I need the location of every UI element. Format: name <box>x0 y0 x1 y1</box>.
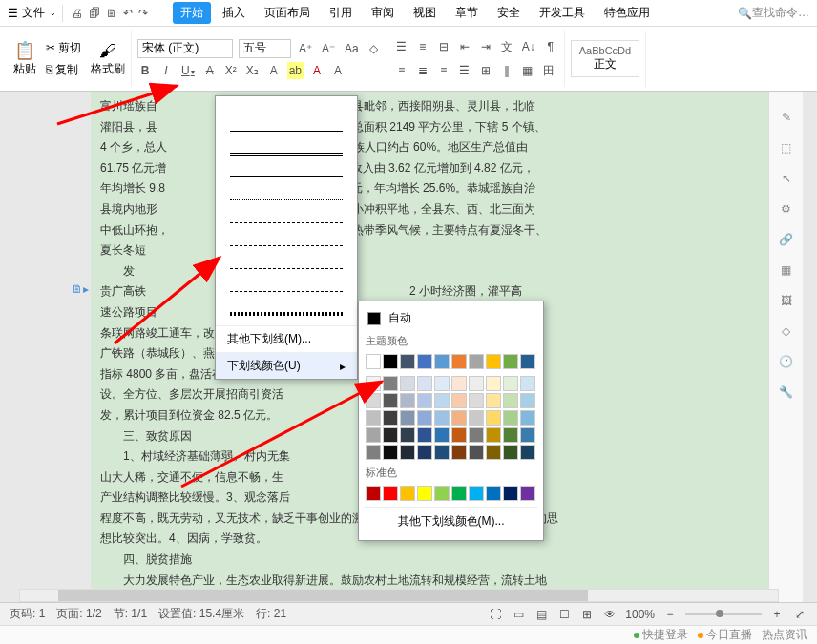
status-line[interactable]: 行: 21 <box>256 606 286 622</box>
text-direction-button[interactable]: 文 <box>499 37 514 57</box>
tab-view[interactable]: 视图 <box>406 2 444 24</box>
color-swatch[interactable] <box>503 393 518 408</box>
tab-insert[interactable]: 插入 <box>215 2 253 24</box>
tab-security[interactable]: 安全 <box>490 2 528 24</box>
tab-developer[interactable]: 开发工具 <box>532 2 593 24</box>
save-icon[interactable]: 🖨 <box>72 7 83 20</box>
underline-dash-dot[interactable] <box>216 280 357 302</box>
format-painter-button[interactable]: 🖌 格式刷 <box>91 41 125 77</box>
color-swatch[interactable] <box>400 486 415 501</box>
cursor-icon[interactable]: ↖ <box>782 172 791 185</box>
color-swatch[interactable] <box>486 445 501 460</box>
color-swatch[interactable] <box>434 427 450 443</box>
underline-dash-long[interactable] <box>216 257 357 280</box>
color-swatch[interactable] <box>383 376 398 391</box>
color-swatch[interactable] <box>520 486 535 501</box>
tool-icon[interactable]: 🔧 <box>779 385 793 399</box>
subscript-button[interactable]: X₂ <box>244 62 261 79</box>
status-page-num[interactable]: 页码: 1 <box>10 606 45 622</box>
horizontal-scrollbar[interactable] <box>19 589 779 602</box>
color-swatch[interactable] <box>451 486 467 501</box>
outline-view-icon[interactable]: ☐ <box>556 606 572 623</box>
grow-font-button[interactable]: A⁺ <box>297 40 314 57</box>
tab-references[interactable]: 引用 <box>322 2 360 24</box>
color-swatch[interactable] <box>451 376 467 391</box>
color-swatch[interactable] <box>400 427 415 443</box>
color-swatch[interactable] <box>451 410 467 426</box>
color-swatch[interactable] <box>451 445 467 460</box>
color-swatch[interactable] <box>469 486 484 501</box>
shrink-font-button[interactable]: A⁻ <box>320 40 337 57</box>
decrease-indent-button[interactable]: ⇤ <box>457 38 472 55</box>
color-swatch[interactable] <box>451 354 467 369</box>
color-swatch[interactable] <box>366 486 381 501</box>
quick-login[interactable]: 快捷登录 <box>634 627 688 643</box>
underline-double[interactable] <box>216 142 357 165</box>
search-box[interactable]: 🔍 查找命令… <box>738 5 809 21</box>
reading-view-icon[interactable]: ▭ <box>511 606 526 623</box>
preview-icon[interactable]: 🗎 <box>106 7 117 20</box>
settings-icon[interactable]: ⚙ <box>781 202 791 216</box>
color-swatch[interactable] <box>434 376 450 391</box>
zoom-in-button[interactable]: + <box>769 606 785 623</box>
underline-color-button[interactable]: 下划线颜色(U) ▸ <box>216 352 357 379</box>
color-swatch[interactable] <box>469 393 484 408</box>
color-swatch[interactable] <box>366 376 381 391</box>
color-swatch[interactable] <box>383 427 398 443</box>
select-icon[interactable]: ⬚ <box>781 141 791 155</box>
color-swatch[interactable] <box>520 393 535 408</box>
color-swatch[interactable] <box>469 445 484 460</box>
tab-review[interactable]: 审阅 <box>364 2 402 24</box>
zoom-thumb[interactable] <box>716 610 723 617</box>
color-swatch[interactable] <box>366 354 381 369</box>
clear-format-button[interactable]: ◇ <box>367 40 382 57</box>
pencil-icon[interactable]: ✎ <box>782 111 791 124</box>
color-swatch[interactable] <box>417 393 432 408</box>
cut-button[interactable]: ✂ 剪切 <box>42 38 85 58</box>
color-swatch[interactable] <box>520 427 535 443</box>
color-swatch[interactable] <box>486 427 501 443</box>
color-swatch[interactable] <box>366 427 381 443</box>
color-swatch[interactable] <box>383 393 398 408</box>
color-swatch[interactable] <box>400 393 415 408</box>
underline-none[interactable] <box>216 96 357 119</box>
color-swatch[interactable] <box>503 410 518 426</box>
color-swatch[interactable] <box>400 376 415 391</box>
align-right-button[interactable]: ≡ <box>436 62 451 79</box>
color-swatch[interactable] <box>503 445 518 460</box>
phonetic-button[interactable]: A <box>266 62 282 79</box>
color-swatch[interactable] <box>383 486 398 501</box>
color-swatch[interactable] <box>366 393 381 408</box>
color-swatch[interactable] <box>366 445 381 460</box>
live-today[interactable]: 今日直播 <box>698 627 752 643</box>
color-swatch[interactable] <box>383 410 398 426</box>
underline-dotted[interactable] <box>216 188 357 211</box>
color-swatch[interactable] <box>469 354 484 369</box>
color-swatch[interactable] <box>434 410 450 426</box>
zoom-level[interactable]: 100% <box>625 608 655 621</box>
color-swatch[interactable] <box>434 486 450 501</box>
zoom-out-button[interactable]: − <box>662 606 678 623</box>
tab-special[interactable]: 特色应用 <box>597 2 658 24</box>
underline-thick[interactable] <box>216 165 357 188</box>
color-swatch[interactable] <box>434 354 450 369</box>
undo-icon[interactable]: ↶ <box>123 7 133 20</box>
history-icon[interactable]: 🕐 <box>779 355 793 368</box>
file-dropdown-arrow[interactable]: ⌄ <box>50 9 56 17</box>
color-swatch[interactable] <box>486 486 501 501</box>
underline-single[interactable] <box>216 119 357 142</box>
sort-button[interactable]: A↓ <box>520 38 537 55</box>
web-layout-icon[interactable]: ⊞ <box>579 606 595 623</box>
numbering-button[interactable]: ≡ <box>415 38 430 55</box>
more-colors-button[interactable]: 其他下划线颜色(M)... <box>364 507 538 535</box>
paste-button[interactable]: 📋 粘贴 <box>13 40 36 77</box>
color-swatch[interactable] <box>520 354 535 369</box>
color-swatch[interactable] <box>520 410 535 426</box>
color-swatch[interactable] <box>469 376 484 391</box>
underline-dash-thin[interactable] <box>216 211 357 234</box>
strikethrough-button[interactable]: A <box>202 62 218 79</box>
fit-page-icon[interactable]: ⤢ <box>792 606 807 623</box>
color-swatch[interactable] <box>520 376 535 391</box>
color-swatch[interactable] <box>434 445 450 460</box>
highlight-button[interactable]: ab <box>287 62 304 79</box>
